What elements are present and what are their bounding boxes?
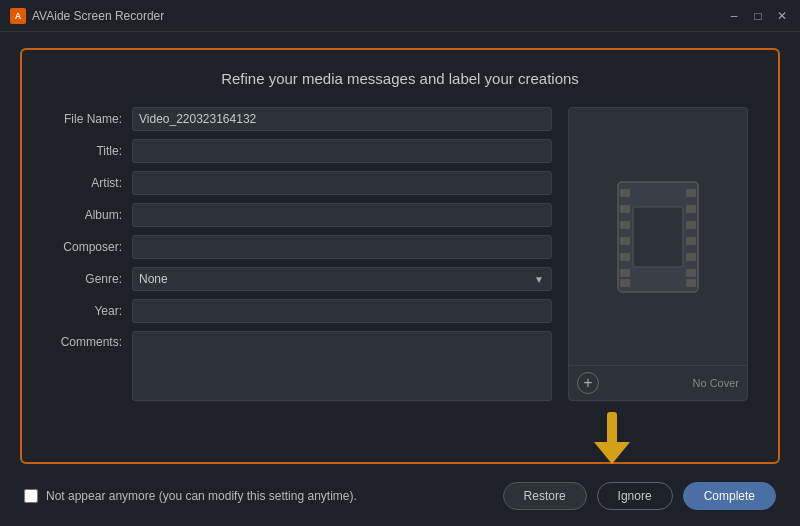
svg-rect-3	[620, 221, 630, 229]
svg-rect-8	[686, 189, 696, 197]
composer-label: Composer:	[52, 240, 132, 254]
genre-select-wrapper: None Pop Rock Jazz Classical ▼	[132, 267, 552, 291]
main-content: Refine your media messages and label you…	[0, 32, 800, 526]
arrow-indicator	[0, 412, 630, 464]
svg-rect-15	[633, 207, 683, 267]
ignore-button[interactable]: Ignore	[597, 482, 673, 510]
checkbox-area: Not appear anymore (you can modify this …	[24, 489, 357, 503]
filename-label: File Name:	[52, 112, 132, 126]
cover-art-footer: + No Cover	[569, 365, 747, 400]
genre-select[interactable]: None Pop Rock Jazz Classical	[132, 267, 552, 291]
svg-rect-1	[620, 189, 630, 197]
complete-button[interactable]: Complete	[683, 482, 776, 510]
composer-row: Composer:	[52, 235, 552, 259]
dont-show-label: Not appear anymore (you can modify this …	[46, 489, 357, 503]
down-arrow-wrapper	[594, 412, 630, 464]
svg-rect-10	[686, 221, 696, 229]
dialog-title: Refine your media messages and label you…	[52, 70, 748, 87]
comments-label: Comments:	[52, 331, 132, 349]
artist-row: Artist:	[52, 171, 552, 195]
film-icon	[608, 177, 708, 297]
svg-rect-9	[686, 205, 696, 213]
dialog-box: Refine your media messages and label you…	[20, 48, 780, 464]
svg-rect-13	[686, 269, 696, 277]
title-input[interactable]	[132, 139, 552, 163]
svg-rect-14	[686, 279, 696, 287]
album-row: Album:	[52, 203, 552, 227]
bottom-bar: Not appear anymore (you can modify this …	[20, 482, 780, 510]
form-fields: File Name: Title: Artist: Alb	[52, 107, 552, 401]
title-row: Title:	[52, 139, 552, 163]
year-row: Year:	[52, 299, 552, 323]
filename-row: File Name:	[52, 107, 552, 131]
artist-label: Artist:	[52, 176, 132, 190]
artist-input[interactable]	[132, 171, 552, 195]
title-bar-left: A AVAide Screen Recorder	[10, 8, 164, 24]
svg-rect-6	[620, 269, 630, 277]
arrow-shaft	[607, 412, 617, 442]
filename-input[interactable]	[132, 107, 552, 131]
arrow-head	[594, 442, 630, 464]
composer-input[interactable]	[132, 235, 552, 259]
cover-art-image	[569, 108, 747, 365]
app-icon: A	[10, 8, 26, 24]
svg-rect-4	[620, 237, 630, 245]
title-bar-controls: – □ ✕	[726, 8, 790, 24]
svg-rect-11	[686, 237, 696, 245]
svg-rect-7	[620, 279, 630, 287]
title-label: Title:	[52, 144, 132, 158]
year-label: Year:	[52, 304, 132, 318]
album-input[interactable]	[132, 203, 552, 227]
minimize-button[interactable]: –	[726, 8, 742, 24]
genre-row: Genre: None Pop Rock Jazz Classical ▼	[52, 267, 552, 291]
svg-rect-5	[620, 253, 630, 261]
buttons-area: Restore Ignore Complete	[503, 482, 776, 510]
comments-textarea[interactable]	[132, 331, 552, 401]
dont-show-checkbox[interactable]	[24, 489, 38, 503]
app-title: AVAide Screen Recorder	[32, 9, 164, 23]
cover-art-panel: + No Cover	[568, 107, 748, 401]
form-area: File Name: Title: Artist: Alb	[52, 107, 748, 401]
no-cover-label: No Cover	[693, 377, 739, 389]
title-bar: A AVAide Screen Recorder – □ ✕	[0, 0, 800, 32]
restore-button[interactable]: Restore	[503, 482, 587, 510]
comments-row: Comments:	[52, 331, 552, 401]
genre-label: Genre:	[52, 272, 132, 286]
year-input[interactable]	[132, 299, 552, 323]
maximize-button[interactable]: □	[750, 8, 766, 24]
close-button[interactable]: ✕	[774, 8, 790, 24]
album-label: Album:	[52, 208, 132, 222]
svg-rect-2	[620, 205, 630, 213]
svg-rect-12	[686, 253, 696, 261]
add-cover-button[interactable]: +	[577, 372, 599, 394]
